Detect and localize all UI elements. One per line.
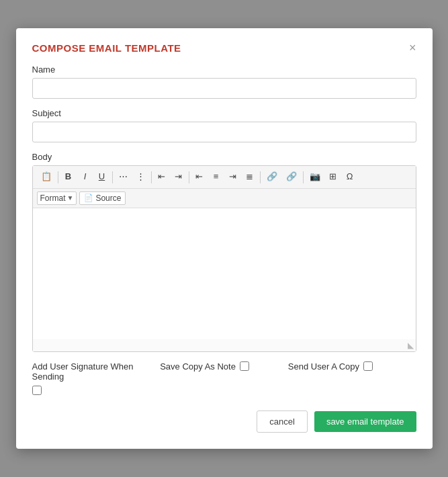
toolbar-separator-6	[303, 171, 304, 183]
unlink-button[interactable]: 🔗	[282, 169, 301, 185]
add-signature-col: Add User Signature When Sending	[32, 361, 161, 397]
save-copy-label: Save Copy As Note	[160, 361, 236, 372]
name-input[interactable]	[32, 78, 416, 99]
align-center-button[interactable]: ≡	[208, 169, 224, 185]
save-template-button[interactable]: save email template	[314, 411, 416, 432]
editor-body[interactable]	[33, 208, 416, 339]
resize-icon: ◣	[408, 341, 414, 350]
name-field-group: Name	[32, 64, 416, 99]
toolbar-separator-4	[189, 171, 189, 183]
toolbar-separator-3	[151, 171, 152, 183]
modal-close-button[interactable]: ×	[409, 42, 416, 54]
source-icon: 📄	[84, 193, 93, 202]
add-signature-label: Add User Signature When Sending	[32, 361, 161, 382]
body-label: Body	[32, 152, 416, 162]
image-button[interactable]: 📷	[306, 169, 324, 185]
italic-button[interactable]: I	[77, 169, 93, 185]
send-copy-col: Send User A Copy	[288, 361, 416, 372]
align-justify-button[interactable]: ≣	[242, 169, 258, 185]
save-copy-col: Save Copy As Note	[160, 361, 288, 372]
toolbar-separator-5	[260, 171, 261, 183]
modal-title: COMPOSE EMAIL TEMPLATE	[32, 42, 181, 54]
ordered-list-button[interactable]: ⋯	[115, 169, 132, 185]
options-row: Add User Signature When Sending Save Cop…	[32, 361, 416, 397]
add-signature-checkbox[interactable]	[32, 386, 42, 395]
editor-wrapper: 📋 B I U ⋯ ⋮ ⇤ ⇥ ⇤ ≡ ⇥ ≣	[32, 165, 416, 351]
modal-header: COMPOSE EMAIL TEMPLATE ×	[32, 42, 416, 54]
save-copy-checkbox[interactable]	[240, 361, 249, 371]
toolbar-separator-1	[58, 171, 58, 183]
send-copy-label: Send User A Copy	[288, 361, 359, 372]
editor-resize-handle: ◣	[33, 339, 416, 351]
cancel-button[interactable]: cancel	[257, 410, 308, 433]
indent-button[interactable]: ⇥	[171, 169, 187, 185]
align-left-button[interactable]: ⇤	[191, 169, 208, 185]
link-button[interactable]: 🔗	[263, 169, 281, 185]
subject-label: Subject	[32, 108, 416, 118]
outdent-button[interactable]: ⇤	[154, 169, 170, 185]
body-field-group: Body 📋 B I U ⋯ ⋮ ⇤ ⇥ ⇤ ≡ ⇥	[32, 152, 416, 351]
compose-email-modal: COMPOSE EMAIL TEMPLATE × Name Subject Bo…	[16, 28, 433, 448]
source-label: Source	[95, 193, 121, 203]
send-copy-checkbox[interactable]	[363, 361, 373, 371]
source-button[interactable]: 📄 Source	[79, 191, 126, 205]
editor-toolbar-row1: 📋 B I U ⋯ ⋮ ⇤ ⇥ ⇤ ≡ ⇥ ≣	[33, 166, 416, 188]
footer-row: cancel save email template	[32, 410, 416, 433]
paste-icon-button[interactable]: 📋	[37, 169, 56, 185]
format-dropdown-arrow: ▼	[67, 194, 74, 202]
modal-overlay: COMPOSE EMAIL TEMPLATE × Name Subject Bo…	[0, 0, 448, 477]
underline-button[interactable]: U	[94, 169, 110, 185]
format-select[interactable]: Format ▼	[37, 191, 77, 205]
bold-button[interactable]: B	[60, 169, 77, 185]
editor-toolbar-row2: Format ▼ 📄 Source	[33, 189, 416, 208]
subject-input[interactable]	[32, 122, 416, 142]
toolbar-separator-2	[112, 171, 113, 183]
name-label: Name	[32, 64, 416, 75]
format-select-label: Format	[40, 193, 66, 203]
save-copy-group: Save Copy As Note	[160, 361, 288, 372]
omega-button[interactable]: Ω	[342, 169, 358, 185]
align-right-button[interactable]: ⇥	[225, 169, 241, 185]
table-button[interactable]: ⊞	[325, 169, 341, 185]
unordered-list-button[interactable]: ⋮	[132, 169, 149, 185]
subject-field-group: Subject	[32, 108, 416, 142]
